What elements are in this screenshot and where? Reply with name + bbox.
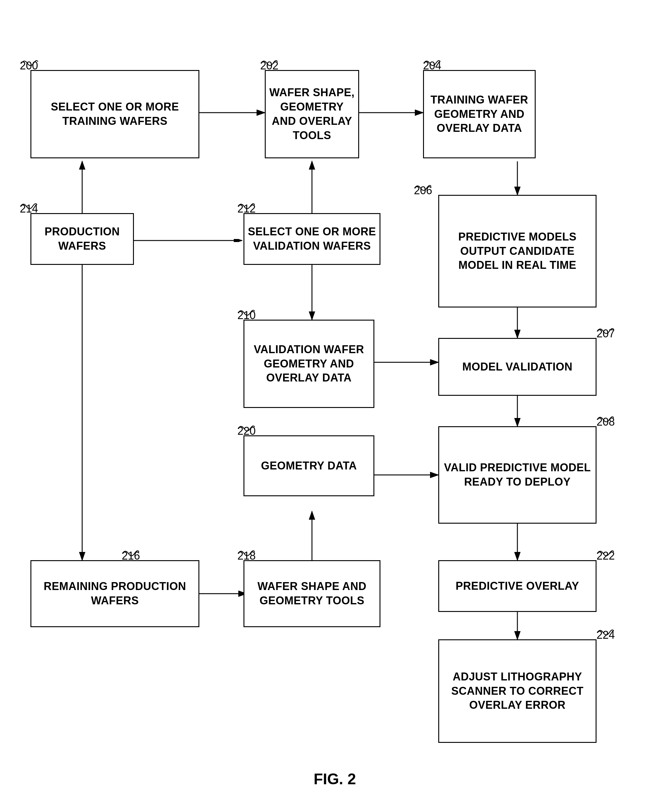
- box-wafer-shape-geometry-tools: WAFER SHAPE AND GEOMETRY TOOLS: [243, 560, 380, 627]
- wavy-207: [595, 325, 614, 334]
- wavy-208: [595, 414, 614, 422]
- box-adjust-lithography: ADJUST LITHOGRAPHY SCANNER TO CORRECT OV…: [438, 639, 597, 743]
- box-select-validation: SELECT ONE OR MORE VALIDATION WAFERS: [243, 213, 380, 265]
- box-wafer-shape: WAFER SHAPE, GEOMETRY AND OVERLAY TOOLS: [265, 70, 359, 158]
- wavy-220: [237, 422, 255, 432]
- wavy-202: [259, 57, 278, 66]
- wavy-224: [595, 626, 614, 636]
- wavy-204: [422, 57, 440, 66]
- box-remaining-production: REMAINING PRODUCTION WAFERS: [30, 560, 199, 627]
- box-training-wafer-geometry: TRAINING WAFER GEOMETRY AND OVERLAY DATA: [423, 70, 536, 158]
- box-predictive-models: PREDICTIVE MODELS OUTPUT CANDIDATE MODEL…: [438, 195, 597, 307]
- wavy-214: [19, 200, 37, 209]
- wavy-210: [237, 307, 255, 316]
- wavy-218: [237, 548, 255, 556]
- arrow-214-212: [134, 239, 245, 242]
- box-validation-wafer-geometry: VALIDATION WAFER GEOMETRY AND OVERLAY DA…: [243, 320, 374, 408]
- figure-caption: FIG. 2: [274, 770, 396, 788]
- box-production-wafers: PRODUCTION WAFERS: [30, 213, 134, 265]
- wavy-206: [413, 182, 431, 191]
- diagram-container: SELECT ONE OR MORE TRAINING WAFERS 200 W…: [0, 0, 672, 808]
- box-select-training: SELECT ONE OR MORE TRAINING WAFERS: [30, 70, 199, 158]
- wavy-212: [237, 200, 255, 209]
- box-predictive-overlay: PREDICTIVE OVERLAY: [438, 560, 597, 612]
- wavy-222: [595, 548, 614, 556]
- box-valid-predictive: VALID PREDICTIVE MODEL READY TO DEPLOY: [438, 426, 597, 524]
- box-geometry-data: GEOMETRY DATA: [243, 435, 374, 496]
- wavy-216: [121, 548, 139, 556]
- wavy-200: [20, 57, 38, 66]
- box-model-validation: MODEL VALIDATION: [438, 338, 597, 396]
